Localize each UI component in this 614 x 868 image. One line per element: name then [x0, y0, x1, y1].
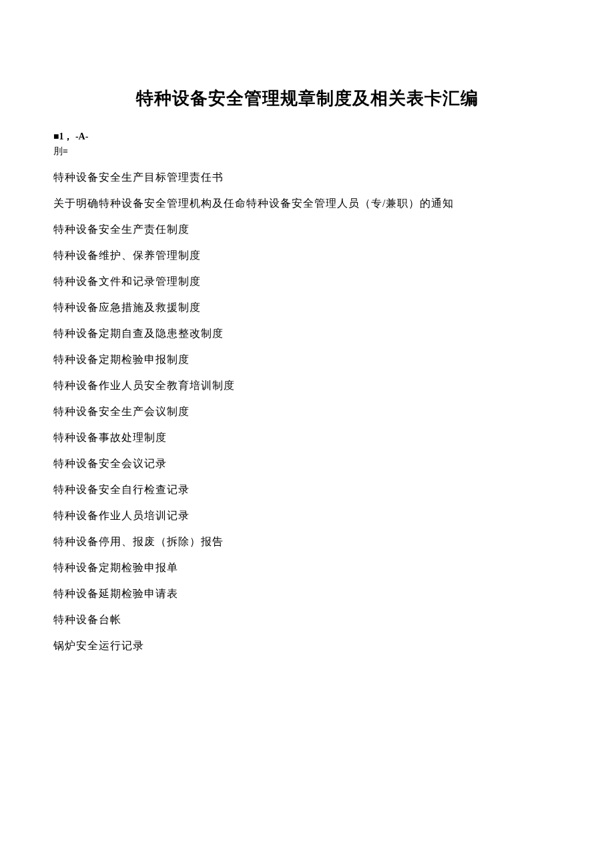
header-line-2: 刖≡ — [53, 145, 561, 158]
toc-item: 特种设备安全会议记录 — [53, 456, 561, 472]
toc-item: 特种设备安全生产会议制度 — [53, 404, 561, 420]
toc-item: 关于明确特种设备安全管理机构及任命特种设备安全管理人员（专/兼职）的通知 — [53, 195, 561, 211]
toc-item: 特种设备定期检验申报制度 — [53, 352, 561, 368]
toc-item: 特种设备作业人员培训记录 — [53, 508, 561, 524]
toc-item: 特种设备安全自行检查记录 — [53, 482, 561, 498]
toc-item: 特种设备应急措施及救援制度 — [53, 300, 561, 316]
header-line-1: ■1， -A- — [53, 130, 561, 143]
toc-item: 特种设备安全生产目标管理责任书 — [53, 169, 561, 185]
document-title: 特种设备安全管理规章制度及相关表卡汇编 — [53, 87, 561, 110]
toc-item: 特种设备作业人员安全教育培训制度 — [53, 378, 561, 394]
toc-item: 特种设备延期检验申请表 — [53, 586, 561, 602]
toc-item: 特种设备文件和记录管理制度 — [53, 274, 561, 290]
table-of-contents: 特种设备安全生产目标管理责任书 关于明确特种设备安全管理机构及任命特种设备安全管… — [53, 169, 561, 654]
toc-item: 特种设备安全生产责任制度 — [53, 222, 561, 238]
toc-item: 特种设备定期检验申报单 — [53, 560, 561, 576]
toc-item: 特种设备停用、报废（拆除）报告 — [53, 534, 561, 550]
toc-item: 特种设备事故处理制度 — [53, 430, 561, 446]
toc-item: 特种设备定期自查及隐患整改制度 — [53, 326, 561, 342]
toc-item: 特种设备维护、保养管理制度 — [53, 248, 561, 264]
toc-item: 锅炉安全运行记录 — [53, 638, 561, 654]
toc-item: 特种设备台帐 — [53, 612, 561, 628]
